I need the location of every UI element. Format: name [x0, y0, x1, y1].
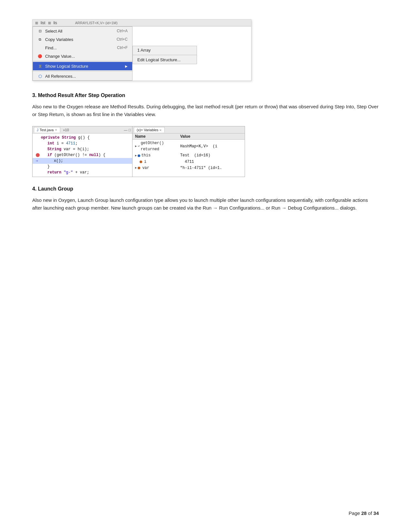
- editor-tab-label: Test.java: [40, 128, 54, 132]
- debug-vars-content: ▶ ↩ getOther() returned HashMap<K,V> (i …: [132, 140, 245, 172]
- titlebar-label3: lis: [54, 21, 57, 25]
- return-icon: ↩: [138, 144, 140, 149]
- var-value-var: "h-i1-4711" (id=1.: [180, 165, 242, 171]
- menu-item-change-value[interactable]: 🔴 Change Value...: [33, 52, 132, 60]
- menu-item-find-label: Find...: [45, 45, 105, 50]
- submenu: 1 Array Edit Logical Structure...: [132, 46, 197, 64]
- debug-code-line-2: int i = 4711;: [33, 141, 132, 146]
- page-number-text: Page: [349, 510, 361, 516]
- gutter-4: [34, 153, 41, 157]
- menu-item-select-all-shortcut: Ctrl+A: [117, 29, 128, 33]
- section-3-heading: 3. Method Result After Step Operation: [32, 93, 379, 98]
- var-row-i: i 4711: [132, 159, 245, 165]
- ref-icon: ⬡: [37, 74, 43, 79]
- menu-separator2: [33, 71, 132, 71]
- debug-code-line-6: }: [33, 164, 132, 170]
- list2-icon: ⊞: [48, 21, 51, 25]
- variables-tab[interactable]: (x)= Variables ✕: [134, 127, 165, 133]
- var-name-i: i: [140, 159, 185, 165]
- context-menu-titlebar: ⊞ list ⊞ lis ARRAYLIST<K,V> (id=1M): [33, 20, 251, 26]
- code-line-7: return "g-" + var;: [41, 170, 89, 175]
- menu-item-find[interactable]: Find... Ctrl+F: [33, 44, 132, 52]
- var-row-getother: ▶ ↩ getOther() returned HashMap<K,V> (i: [132, 140, 245, 153]
- var-name-this: ▶ this: [135, 153, 180, 159]
- structure-icon: ⧖: [37, 64, 43, 69]
- breakpoint-dot: [36, 153, 40, 157]
- var-name-getother: ▶ ↩ getOther() returned: [135, 140, 180, 153]
- code-line-3: String var = h(i);: [41, 146, 89, 152]
- menu-item-copy-variables[interactable]: ⧉ Copy Variables Ctrl+C: [33, 35, 132, 44]
- section-4: 4. Launch Group Also new in Oxygen, Laun…: [32, 186, 379, 212]
- menu-item-select-all[interactable]: ⊡ Select All Ctrl+A: [33, 27, 132, 35]
- var-label-i: i: [143, 159, 146, 165]
- debug-code-line-4: if (getOther() != null) {: [33, 152, 132, 158]
- debug-code-line-7: return "g-" + var;: [33, 170, 132, 175]
- submenu-item-edit-logical[interactable]: Edit Logical Structure...: [133, 56, 197, 64]
- var-label-this: this: [141, 153, 151, 159]
- editor-tab-more[interactable]: »10: [62, 127, 70, 133]
- page-number: Page 28 of 34: [349, 510, 379, 516]
- structure-arrow: ▶: [125, 64, 128, 68]
- section-4-body: Also new in Oxygen, Launch Group launch …: [32, 196, 379, 212]
- debug-vars-tabs: (x)= Variables ✕: [132, 126, 245, 133]
- list-icon: ⊞: [35, 21, 38, 25]
- vars-col-name: Name: [135, 134, 180, 139]
- menu-item-show-logical-structure-label: Show Logical Structure: [45, 64, 122, 69]
- maximize-icon[interactable]: □: [129, 128, 131, 132]
- var-label-getother: getOther() returned: [141, 140, 180, 153]
- debug-editor-content: ⊖private String g() { int i = 4711; Stri…: [33, 133, 132, 177]
- debug-code-line-5: ⇒ x();: [33, 158, 132, 164]
- var-row-this: ▶ this Test (id=16): [132, 153, 245, 159]
- debug-code-line-3: String var = h(i);: [33, 146, 132, 152]
- menu-item-select-all-label: Select All: [45, 29, 104, 34]
- debug-vars-header: Name Value: [132, 133, 245, 140]
- expand-arrow-var[interactable]: ▶: [135, 166, 137, 170]
- submenu-item-one-array[interactable]: 1 Array: [133, 46, 197, 54]
- expand-arrow-getother[interactable]: ▶: [135, 144, 137, 149]
- debug-code-line-1: ⊖private String g() {: [33, 135, 132, 141]
- menu-item-copy-variables-label: Copy Variables: [45, 37, 104, 42]
- var-name-var: ▶ var: [135, 165, 180, 171]
- gutter-5: ⇒: [34, 158, 41, 164]
- section-3: 3. Method Result After Step Operation Al…: [32, 93, 379, 118]
- menu-item-all-references-label: All References...: [45, 74, 128, 79]
- find-icon: [37, 45, 43, 50]
- section-4-heading: 4. Launch Group: [32, 186, 379, 192]
- expand-arrow-this[interactable]: ▶: [135, 153, 137, 158]
- submenu-separator: [133, 55, 197, 55]
- page-content: ⊞ list ⊞ lis ARRAYLIST<K,V> (id=1M) ⊡ Se…: [0, 0, 411, 245]
- menu-item-find-shortcut: Ctrl+F: [117, 45, 128, 50]
- context-menu-body: ⊡ Select All Ctrl+A ⧉ Copy Variables Ctr…: [33, 26, 251, 81]
- variables-tab-close: ✕: [159, 129, 162, 132]
- page-number-current: 28: [361, 510, 367, 516]
- page-number-of: of: [367, 510, 373, 516]
- dot-this: [138, 154, 140, 157]
- var-label-var: var: [141, 165, 149, 171]
- titlebar-label2: ARRAYLIST<K,V> (id=1M): [75, 21, 118, 25]
- edit-icon: 🔴: [37, 54, 43, 59]
- var-row-var: ▶ var "h-i1-4711" (id=1.: [132, 165, 245, 171]
- debug-editor-tabs: J Test.java ✕ »10 — □: [33, 126, 132, 133]
- editor-tab-testjava[interactable]: J Test.java ✕: [34, 127, 60, 133]
- var-value-this: Test (id=16): [180, 153, 242, 159]
- menu-item-show-logical-structure[interactable]: ⧖ Show Logical Structure ▶: [33, 62, 132, 70]
- minimize-icon[interactable]: —: [124, 128, 127, 132]
- context-menu-screenshot: ⊞ list ⊞ lis ARRAYLIST<K,V> (id=1M) ⊡ Se…: [32, 19, 251, 81]
- menu-separator: [33, 61, 132, 61]
- copy-icon: ⧉: [37, 37, 43, 42]
- titlebar-label1: list: [41, 21, 45, 25]
- menu-item-all-references[interactable]: ⬡ All References...: [33, 72, 132, 80]
- dot-i: [140, 161, 142, 163]
- dot-var: [138, 167, 140, 169]
- code-line-6: }: [41, 164, 50, 170]
- menu-item-change-value-label: Change Value...: [45, 54, 115, 59]
- code-line-4: if (getOther() != null) {: [41, 152, 105, 158]
- debug-screenshot: J Test.java ✕ »10 — □ ⊖private String g(…: [32, 126, 245, 177]
- code-line-5: x();: [41, 158, 63, 164]
- editor-tab-icon: J: [37, 128, 38, 132]
- editor-tab-controls: — □: [124, 128, 131, 132]
- code-line-2: int i = 4711;: [41, 141, 78, 146]
- var-value-i: 4711: [185, 159, 242, 165]
- debug-editor-panel: J Test.java ✕ »10 — □ ⊖private String g(…: [33, 126, 132, 177]
- context-menu: ⊡ Select All Ctrl+A ⧉ Copy Variables Ctr…: [33, 26, 132, 81]
